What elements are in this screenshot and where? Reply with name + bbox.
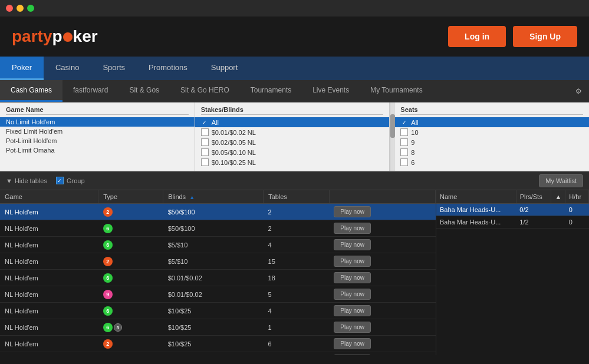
group-label: Group: [67, 177, 85, 184]
filter-stakes-001[interactable]: $0.01/$0.02 NL: [201, 127, 384, 137]
type-badge: 6: [103, 306, 113, 316]
logo-ker: ker: [73, 27, 98, 45]
seats-8-checkbox[interactable]: [400, 148, 408, 156]
filter-seats-9[interactable]: 9: [400, 137, 583, 147]
type-badge-cell: 9: [98, 286, 163, 303]
gear-icon[interactable]: ⚙: [568, 80, 589, 102]
play-now-button[interactable]: Play now: [334, 223, 371, 234]
table-row: NL Hold'em6$50/$1002Play now: [0, 220, 436, 237]
type-badge-cell: 6: [98, 352, 163, 356]
type-badge-cell: 6: [98, 270, 163, 286]
tables-cell: 7: [264, 352, 330, 356]
nav-item-support[interactable]: Support: [199, 57, 250, 80]
filter-stakes-005[interactable]: $0.05/$0.10 NL: [201, 147, 384, 157]
play-now-button[interactable]: Play now: [334, 272, 371, 283]
filter-stakes-all[interactable]: ✓ All: [195, 117, 390, 127]
play-now-button[interactable]: Play now: [334, 289, 371, 300]
game-name-cell: NL Hold'em: [0, 352, 98, 356]
filter-stakes-002[interactable]: $0.02/$0.05 NL: [201, 137, 384, 147]
filter-seats-8[interactable]: 8: [400, 147, 583, 157]
type-badge-cell: 6: [98, 303, 163, 319]
table-row: NL Hold'em2$10/$256Play now: [0, 336, 436, 352]
play-now-button[interactable]: Play now: [334, 355, 371, 355]
seats-6-checkbox[interactable]: [400, 158, 408, 166]
seats-10-checkbox[interactable]: [400, 128, 408, 136]
hide-tables-label: Hide tables: [15, 177, 47, 184]
table-row: NL Hold'em6$0.01/$0.0218Play now: [0, 270, 436, 286]
minimize-btn[interactable]: [17, 5, 24, 12]
seats-all-checkbox[interactable]: ✓: [400, 118, 408, 126]
filter-stakes-001-label: $0.01/$0.02 NL: [212, 129, 256, 136]
signup-button[interactable]: Sign Up: [513, 26, 577, 47]
group-toggle[interactable]: ✓ Group: [56, 177, 85, 184]
tab-my-tournaments[interactable]: My Tournaments: [360, 80, 433, 102]
filter-game-fixed-limit[interactable]: Fixed Limit Hold'em: [6, 127, 189, 136]
close-btn[interactable]: [6, 5, 13, 12]
tab-fastforward[interactable]: fastforward: [62, 80, 119, 102]
filter-game-pot-limit-omaha[interactable]: Pot-Limit Omaha: [6, 145, 189, 155]
tab-live-events[interactable]: Live Events: [302, 80, 360, 102]
blinds-cell: $10/$25: [163, 319, 264, 336]
table-row: NL Hold'em2$5/$1015Play now: [0, 253, 436, 270]
tab-cash-games[interactable]: Cash Games: [0, 80, 62, 102]
game-name-cell: NL Hold'em: [0, 336, 98, 352]
filter-seats-10[interactable]: 10: [400, 127, 583, 137]
type-badge-extra: 5: [114, 323, 122, 332]
play-now-button[interactable]: Play now: [334, 322, 371, 333]
play-now-button[interactable]: Play now: [334, 256, 371, 267]
tab-sit-gos[interactable]: Sit & Gos: [119, 80, 170, 102]
filter-seats-header: Seats: [400, 106, 583, 115]
col-blinds[interactable]: Blinds ▲: [163, 190, 264, 204]
play-now-button[interactable]: Play now: [334, 305, 371, 316]
rp-hhr-cell: 0: [565, 204, 589, 216]
nav-item-casino[interactable]: Casino: [44, 57, 91, 80]
hide-tables-button[interactable]: ▼ Hide tables: [6, 177, 47, 184]
col-game: Game: [0, 190, 98, 204]
filter-stakes-010[interactable]: $0.10/$0.25 NL: [201, 157, 384, 167]
game-name-cell: NL Hold'em: [0, 253, 98, 270]
stakes-002-checkbox[interactable]: [201, 138, 209, 146]
rp-sort-cell: [551, 216, 565, 229]
blinds-cell: $10/$25: [163, 336, 264, 352]
table-row: NL Hold'em2$50/$1002Play now: [0, 204, 436, 220]
right-panel-table: Name Plrs/Sts ▲ H/hr Baha Mar Heads-U...…: [436, 190, 589, 229]
filter-seats-all[interactable]: ✓ All: [394, 117, 589, 127]
waitlist-button[interactable]: My Waitlist: [539, 174, 583, 187]
tab-sit-go-hero[interactable]: Sit & Go HERO: [170, 80, 240, 102]
play-now-button[interactable]: Play now: [334, 338, 371, 349]
stakes-all-checkbox[interactable]: ✓: [201, 118, 209, 126]
table-controls: ▼ Hide tables ✓ Group My Waitlist: [0, 171, 589, 190]
rp-hhr-cell: 0: [565, 216, 589, 229]
right-panel: Name Plrs/Sts ▲ H/hr Baha Mar Heads-U...…: [436, 190, 589, 355]
filter-game-no-limit[interactable]: No Limit Hold'em: [0, 117, 195, 127]
filter-seats: Seats ✓ All 10 9 8 6: [394, 102, 589, 171]
play-now-button[interactable]: Play now: [334, 206, 371, 217]
filter-seats-all-label: All: [411, 119, 418, 126]
seats-9-checkbox[interactable]: [400, 138, 408, 146]
type-badge-cell: 2: [98, 204, 163, 220]
logo-party: party: [12, 27, 52, 45]
nav-item-sports[interactable]: Sports: [91, 57, 137, 80]
right-panel-body: Baha Mar Heads-U...0/20Baha Mar Heads-U.…: [436, 204, 589, 229]
stakes-001-checkbox[interactable]: [201, 128, 209, 136]
stakes-005-checkbox[interactable]: [201, 148, 209, 156]
blinds-cell: $5/$10: [163, 237, 264, 253]
table-header-row: Game Type Blinds ▲ Tables: [0, 190, 436, 204]
login-button[interactable]: Log in: [448, 26, 506, 47]
nav-item-promotions[interactable]: Promotions: [137, 57, 199, 80]
nav-item-poker[interactable]: Poker: [0, 57, 44, 80]
filter-seats-6[interactable]: 6: [400, 157, 583, 167]
maximize-btn[interactable]: [27, 5, 34, 12]
group-checkbox-icon: ✓: [56, 177, 64, 184]
type-badge: 9: [103, 290, 113, 299]
filter-seats-8-label: 8: [411, 149, 414, 156]
play-btn-cell: Play now: [329, 204, 435, 220]
filter-game-pot-limit-holdem[interactable]: Pot-Limit Hold'em: [6, 136, 189, 145]
blinds-cell: $0.25/$0.50: [163, 352, 264, 356]
play-now-button[interactable]: Play now: [334, 239, 371, 250]
col-type: Type: [98, 190, 163, 204]
tab-tournaments[interactable]: Tournaments: [240, 80, 302, 102]
play-btn-cell: Play now: [329, 286, 435, 303]
stakes-010-checkbox[interactable]: [201, 158, 209, 166]
filter-stakes-005-label: $0.05/$0.10 NL: [212, 149, 256, 156]
